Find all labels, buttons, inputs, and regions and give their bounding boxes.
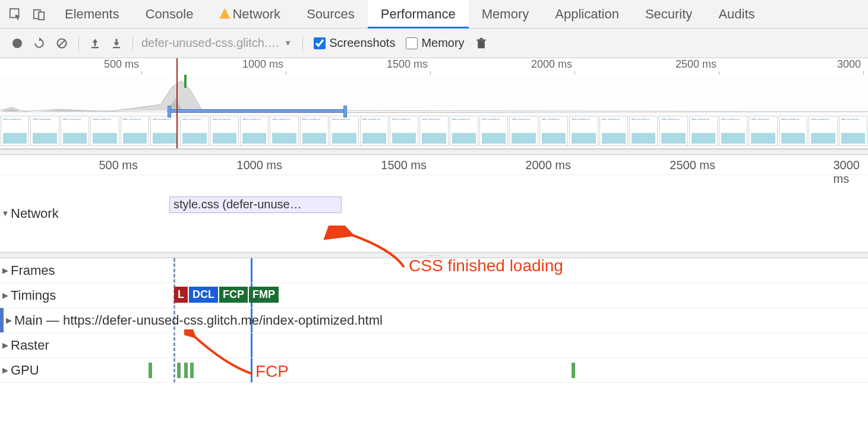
timing-badge-fmp[interactable]: FMP — [249, 287, 279, 303]
overview-flame — [0, 75, 868, 113]
detail-ruler[interactable]: 500 ms1000 ms1500 ms2000 ms2500 ms3000 m… — [0, 155, 868, 175]
svg-rect-2 — [39, 12, 44, 20]
device-toggle-icon[interactable] — [33, 8, 46, 21]
trash-icon[interactable] — [475, 37, 487, 50]
gpu-activity-tick — [149, 363, 152, 378]
upload-icon[interactable] — [90, 38, 100, 49]
timings-track[interactable]: ▶ Timings L DCL FCP FMP — [0, 283, 868, 308]
main-track[interactable]: ▶ Main — https://defer-unused-css.glitch… — [0, 308, 868, 333]
ruler-tick: 1000 ms — [236, 158, 285, 172]
screenshot-thumb[interactable]: defer unused css — [419, 116, 448, 146]
screenshot-thumb[interactable]: defer unused css — [779, 116, 807, 146]
tab-performance[interactable]: Performance — [368, 0, 469, 28]
gpu-activity-tick — [572, 363, 575, 378]
tab-memory[interactable]: Memory — [469, 0, 542, 28]
raster-label: Raster — [11, 338, 49, 353]
expand-icon[interactable]: ▶ — [4, 316, 14, 325]
screenshot-thumb[interactable]: defer unused css — [1, 116, 29, 146]
record-button[interactable] — [12, 38, 23, 49]
tab-console[interactable]: Console — [132, 0, 207, 28]
screenshots-toggle[interactable]: Screenshots — [314, 36, 395, 50]
screenshot-thumb[interactable]: defer unused css — [270, 116, 298, 146]
screenshot-thumb[interactable]: defer unused css — [30, 116, 59, 146]
selection-handle-left[interactable] — [168, 106, 171, 118]
ruler-tick: 2000 ms — [525, 158, 573, 172]
svg-rect-8 — [478, 40, 485, 48]
screenshot-thumb[interactable]: defer unused css — [839, 116, 867, 146]
screenshot-thumb[interactable]: defer unused css — [659, 116, 687, 146]
gpu-track[interactable]: ▶ GPU — [0, 358, 868, 383]
screenshot-thumb[interactable]: defer unused css — [629, 116, 658, 146]
fcp-marker-overview — [184, 75, 187, 88]
annotation-fcp: FCP — [255, 362, 289, 381]
devtools-tabs: Elements Console Network Sources Perform… — [0, 0, 868, 28]
svg-point-3 — [12, 39, 22, 48]
screenshot-thumb[interactable]: defer unused css — [240, 116, 269, 146]
selection-range[interactable] — [169, 109, 346, 113]
screenshot-thumb[interactable]: defer unused css — [569, 116, 598, 146]
screenshot-thumb[interactable]: defer unused css — [90, 116, 119, 146]
overview-ruler[interactable]: 500 ms1000 ms1500 ms2000 ms2500 ms3000 — [0, 58, 868, 75]
panel-separator[interactable] — [0, 149, 868, 155]
tab-sources[interactable]: Sources — [293, 0, 368, 28]
screenshot-filmstrip[interactable]: defer unused cssdefer unused cssdefer un… — [0, 113, 868, 148]
overview-panel[interactable]: 500 ms1000 ms1500 ms2000 ms2500 ms3000 d… — [0, 58, 868, 149]
screenshot-thumb[interactable]: defer unused css — [450, 116, 478, 146]
gpu-activity-tick — [190, 363, 194, 378]
screenshot-thumb[interactable]: defer unused css — [749, 116, 777, 146]
clear-button[interactable] — [56, 37, 68, 49]
warning-icon — [219, 8, 230, 19]
expand-icon[interactable]: ▶ — [0, 366, 11, 375]
reload-button[interactable] — [33, 37, 45, 49]
svg-rect-9 — [476, 39, 485, 41]
tab-network[interactable]: Network — [206, 0, 293, 28]
screenshot-thumb[interactable]: defer unused css — [479, 116, 508, 146]
memory-checkbox[interactable] — [406, 37, 418, 49]
expand-icon[interactable]: ▶ — [0, 291, 11, 300]
timing-badge-fcp[interactable]: FCP — [219, 287, 248, 303]
expand-icon[interactable]: ▶ — [0, 266, 11, 275]
screenshot-thumb[interactable]: defer unused css — [599, 116, 628, 146]
screenshot-thumb[interactable]: defer unused css — [121, 116, 149, 146]
chevron-down-icon: ▼ — [284, 39, 292, 47]
screenshot-thumb[interactable]: defer unused css — [390, 116, 418, 146]
memory-toggle[interactable]: Memory — [406, 36, 464, 50]
network-request-stylecss[interactable]: style.css (defer-unuse… — [169, 196, 342, 213]
download-icon[interactable] — [111, 38, 122, 49]
gpu-activity-tick — [184, 363, 188, 378]
screenshot-thumb[interactable]: defer unused css — [509, 116, 538, 146]
screenshot-thumb[interactable]: defer unused css — [210, 116, 239, 146]
timing-badge-dcl[interactable]: DCL — [189, 287, 218, 303]
ruler-tick: 1000 ms — [242, 58, 285, 71]
tab-audits[interactable]: Audits — [705, 0, 768, 28]
tab-security[interactable]: Security — [632, 0, 705, 28]
recording-selector[interactable]: defer-unused-css.glitch.…▼ — [132, 36, 292, 50]
screenshot-thumb[interactable]: defer unused css — [61, 116, 89, 146]
screenshots-checkbox[interactable] — [314, 37, 326, 49]
screenshot-thumb[interactable]: defer unused css — [180, 116, 209, 146]
screenshot-thumb[interactable]: defer unused css — [330, 116, 358, 146]
screenshot-thumb[interactable]: defer unused css — [360, 116, 389, 146]
screenshot-thumb[interactable]: defer unused css — [809, 116, 837, 146]
collapse-icon[interactable]: ▼ — [0, 209, 11, 218]
ruler-tick: 500 ms — [104, 58, 140, 71]
selection-handle-right[interactable] — [343, 106, 347, 118]
svg-line-5 — [58, 40, 65, 47]
screenshot-thumb[interactable]: defer unused css — [150, 116, 179, 146]
ruler-tick: 3000 — [837, 58, 862, 71]
inspect-icon[interactable] — [9, 8, 22, 21]
screenshot-thumb[interactable]: defer unused css — [300, 116, 329, 146]
main-label: Main — https://defer-unused-css.glitch.m… — [14, 313, 383, 328]
timing-badge-l[interactable]: L — [174, 287, 188, 303]
load-marker-overview — [176, 58, 178, 148]
screenshot-thumb[interactable]: defer unused css — [689, 116, 718, 146]
tab-elements[interactable]: Elements — [52, 0, 132, 28]
tab-application[interactable]: Application — [542, 0, 632, 28]
screenshot-thumb[interactable]: defer unused css — [719, 116, 747, 146]
expand-icon[interactable]: ▶ — [0, 341, 11, 350]
network-track[interactable]: ▼ Network style.css (defer-unuse… — [0, 175, 868, 252]
raster-track[interactable]: ▶ Raster — [0, 333, 868, 358]
screenshot-thumb[interactable]: defer unused css — [539, 116, 568, 146]
ruler-tick: 2500 ms — [676, 58, 718, 71]
ruler-tick: 1500 ms — [381, 158, 429, 172]
